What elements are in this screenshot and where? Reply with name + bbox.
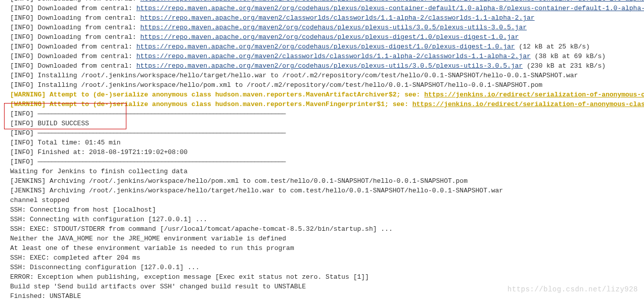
log-line: [INFO] Downloaded from central: https://… [10,42,634,52]
log-line: [INFO] Installing /root/.jenkins/workspa… [10,80,634,90]
maven-url-link[interactable]: https://repo.maven.apache.org/maven2/org… [136,5,644,12]
log-line: Waiting for Jenkins to finish collecting… [10,167,634,176]
maven-url-link[interactable]: https://repo.maven.apache.org/maven2/org… [136,43,515,50]
warning-line: [WARNING] Attempt to (de-)serialize anon… [10,99,634,109]
total-time-line: [INFO] Total time: 01:45 min [10,138,634,147]
maven-url-link[interactable]: https://repo.maven.apache.org/maven2/org… [140,0,644,3]
log-line: [JENKINS] Archiving /root/.jenkins/works… [10,176,634,186]
log-line: SSH: Connecting with configuration [127.… [10,215,634,224]
warning-line: [WARNING] Attempt to (de-)serialize anon… [10,90,634,99]
log-prefix: [INFO] Downloading from central: [10,24,140,31]
console-output: [INFO] Downloading from central: https:/… [0,0,644,301]
separator-line: [INFO] —————————————————————————————————… [10,128,634,138]
maven-url-link[interactable]: https://repo.maven.apache.org/maven2/cla… [136,53,531,60]
log-prefix: [INFO] Downloaded from central: [10,53,136,60]
log-line: channel stopped [10,195,634,205]
log-suffix: (12 kB at 25 kB/s) [515,43,590,50]
maven-url-link[interactable]: https://repo.maven.apache.org/maven2/org… [136,62,523,70]
log-line: [JENKINS] Archiving /root/.jenkins/works… [10,186,634,195]
log-line: [INFO] Downloading from central: https:/… [10,13,634,23]
warning-text: [WARNING] Attempt to (de-)serialize anon… [10,91,424,98]
build-success-line: [INFO] BUILD SUCCESS [10,119,634,128]
separator-dashes: ————————————————————————————————————————… [38,158,286,166]
log-prefix: [INFO] Downloaded from central: [10,5,136,12]
log-prefix: [INFO] Downloaded from central: [10,43,136,50]
log-line: [INFO] Installing /root/.jenkins/workspa… [10,71,634,80]
log-prefix: [INFO] Downloaded from central: [10,62,136,70]
error-line: ERROR: Exception when publishing, except… [10,272,634,282]
log-prefix: [INFO] [10,158,38,166]
separator-line: [INFO] —————————————————————————————————… [10,157,634,167]
log-prefix: [INFO] Downloading from central: [10,33,140,41]
log-line: [INFO] Downloaded from central: https://… [10,52,634,61]
finished-at-line: [INFO] Finished at: 2018-08-19T21:19:02+… [10,147,634,157]
watermark-text: https://blog.csdn.net/lizy928 [508,285,638,294]
log-line: SSH: EXEC: STDOUT/STDERR from command [/… [10,224,634,234]
log-prefix: [INFO] [10,110,38,118]
warning-link[interactable]: https://jenkins.io/redirect/serializatio… [424,91,644,98]
log-line: SSH: Connecting from host [localhost] [10,205,634,215]
log-prefix: [INFO] Downloading from central: [10,0,140,3]
separator-line: [INFO] —————————————————————————————————… [10,109,634,119]
log-line: SSH: Disconnecting configuration [127.0.… [10,263,634,272]
log-prefix: [INFO] Downloading from central: [10,14,140,22]
log-line: At least one of these environment variab… [10,243,634,253]
log-suffix: (230 kB at 231 kB/s) [523,62,606,70]
separator-dashes: ————————————————————————————————————————… [38,110,286,118]
log-line: Neither the JAVA_HOME nor the JRE_HOME e… [10,234,634,243]
log-line: SSH: EXEC: completed after 204 ms [10,253,634,263]
log-line: [INFO] Downloading from central: https:/… [10,23,634,32]
warning-text: [WARNING] Attempt to (de-)serialize anon… [10,100,412,108]
separator-dashes: ————————————————————————————————————————… [38,129,286,137]
log-line: [INFO] Downloaded from central: https://… [10,61,634,71]
log-line: [INFO] Downloading from central: https:/… [10,32,634,42]
maven-url-link[interactable]: https://repo.maven.apache.org/maven2/org… [140,33,519,41]
log-line: [INFO] Downloaded from central: https://… [10,4,634,13]
warning-link[interactable]: https://jenkins.io/redirect/serializatio… [412,100,644,108]
maven-url-link[interactable]: https://repo.maven.apache.org/maven2/org… [140,24,527,31]
log-line: [INFO] Downloading from central: https:/… [10,0,634,4]
log-suffix: (38 kB at 69 kB/s) [531,53,606,60]
maven-url-link[interactable]: https://repo.maven.apache.org/maven2/cla… [140,14,534,22]
log-prefix: [INFO] [10,129,38,137]
